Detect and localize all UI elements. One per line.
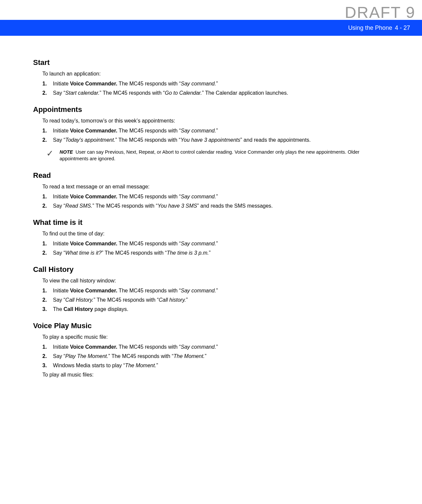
list-item: 2.Say “Call History.” The MC45 responds … (42, 297, 389, 303)
step-body: Windows Media starts to play “The Moment… (53, 363, 389, 369)
note-body: User can say Previous, Next, Repeat, or … (60, 149, 359, 161)
text-run: Say “ (53, 90, 65, 96)
bold-text: Voice Commander. (70, 81, 117, 86)
text-run: ” (216, 241, 218, 246)
text-run: The MC45 responds with “ (117, 344, 181, 350)
bold-text: Voice Commander. (70, 241, 117, 246)
section-outro: To play all music files: (42, 372, 389, 378)
step-number: 2. (42, 353, 53, 359)
text-run: The MC45 responds with “ (117, 128, 181, 133)
text-run: ” (205, 353, 207, 359)
text-run: ” and reads the appointments. (240, 137, 311, 143)
step-body: Say “What time is it?” The MC45 responds… (53, 250, 389, 256)
text-run: Initiate (53, 128, 70, 133)
section-heading: Appointments (33, 105, 389, 114)
step-body: Say “Read SMS.” The MC45 responds with “… (53, 203, 389, 209)
step-list: 1.Initiate Voice Commander. The MC45 res… (42, 81, 389, 96)
step-body: Initiate Voice Commander. The MC45 respo… (53, 344, 389, 350)
step-body: Say “Call History.” The MC45 responds wi… (53, 297, 389, 303)
list-item: 1.Initiate Voice Commander. The MC45 res… (42, 81, 389, 87)
text-run: The MC45 responds with “ (117, 241, 181, 246)
section-heading: What time is it (33, 218, 389, 227)
step-number: 1. (42, 81, 53, 87)
italic-text: Say command. (181, 81, 216, 86)
step-number: 2. (42, 90, 53, 96)
bold-text: Voice Commander. (70, 128, 117, 133)
list-item: 3.The Call History page displays. (42, 306, 389, 312)
page-header-bar: Using the Phone 4 - 27 (0, 20, 422, 36)
italic-text: Say command. (181, 128, 216, 133)
text-run: ” (216, 128, 218, 133)
italic-text: You have 3 appointments (180, 137, 240, 143)
text-run: ” The Calendar application launches. (202, 90, 288, 96)
text-run: Initiate (53, 81, 70, 86)
watermark-text: DRAFT 9 (345, 3, 415, 22)
text-run: ” The MC45 responds with “ (115, 137, 180, 143)
italic-text: Play The Moment. (65, 353, 108, 359)
section-heading: Call History (33, 265, 389, 274)
page-content: StartTo launch an application:1.Initiate… (0, 36, 422, 395)
text-run: ” The MC45 responds with “ (92, 203, 158, 209)
italic-text: Say command. (181, 241, 216, 246)
checkmark-icon: ✓ (46, 148, 54, 159)
list-item: 2.Say “Start calendar.” The MC45 respond… (42, 90, 389, 96)
text-run: Initiate (53, 241, 70, 246)
italic-text: Say command. (181, 344, 216, 350)
step-number: 2. (42, 297, 53, 303)
italic-text: What time is it? (65, 250, 101, 256)
italic-text: The Moment. (125, 363, 156, 368)
step-number: 3. (42, 306, 53, 312)
italic-text: Say command. (181, 194, 216, 199)
text-run: Say “ (53, 250, 65, 256)
text-run: Initiate (53, 194, 70, 199)
text-run: The (53, 306, 64, 312)
list-item: 2.Say “Play The Moment.” The MC45 respon… (42, 353, 389, 359)
text-run: Say “ (53, 137, 65, 143)
header-title: Using the Phone (348, 25, 392, 31)
text-run: The MC45 responds with “ (117, 194, 181, 199)
section-intro: To play a specific music file: (42, 334, 389, 340)
text-run: ” The MC45 responds with “ (100, 90, 165, 96)
italic-text: Call History. (65, 297, 93, 303)
text-run: Initiate (53, 344, 70, 350)
section-intro: To launch an application: (42, 71, 389, 77)
section-intro: To read a text message or an email messa… (42, 184, 389, 190)
italic-text: Say command. (181, 288, 216, 293)
list-item: 2.Say “What time is it?” The MC45 respon… (42, 250, 389, 256)
step-list: 1.Initiate Voice Commander. The MC45 res… (42, 241, 389, 256)
italic-text: Call history. (159, 297, 186, 303)
text-run: Say “ (53, 353, 65, 359)
step-number: 3. (42, 363, 53, 369)
step-number: 1. (42, 194, 53, 200)
text-run: The MC45 responds with “ (117, 288, 181, 293)
italic-text: Read SMS. (65, 203, 92, 209)
list-item: 1.Initiate Voice Commander. The MC45 res… (42, 344, 389, 350)
step-body: Initiate Voice Commander. The MC45 respo… (53, 288, 389, 294)
text-run: Windows Media starts to play “ (53, 363, 125, 368)
text-run: ” (209, 250, 211, 256)
text-run: ” (216, 194, 218, 199)
text-run: page displays. (93, 306, 128, 312)
italic-text: Today's appointment. (65, 137, 115, 143)
text-run: ” The MC45 responds with “ (93, 297, 159, 303)
text-run: Initiate (53, 288, 70, 293)
step-list: 1.Initiate Voice Commander. The MC45 res… (42, 288, 389, 312)
list-item: 1.Initiate Voice Commander. The MC45 res… (42, 194, 389, 200)
text-run: ” (186, 297, 188, 303)
list-item: 2.Say “Today's appointment.” The MC45 re… (42, 137, 389, 143)
step-number: 1. (42, 344, 53, 350)
bold-text: Voice Commander. (70, 194, 117, 199)
section-intro: To find out the time of day: (42, 231, 389, 237)
section-heading: Start (33, 58, 389, 67)
section-intro: To read today’s, tomorrow’s or this week… (42, 118, 389, 124)
text-run: Say “ (53, 297, 65, 303)
step-body: Initiate Voice Commander. The MC45 respo… (53, 194, 389, 200)
note-label: NOTE (60, 149, 73, 155)
italic-text: Start calendar. (65, 90, 99, 96)
step-body: Initiate Voice Commander. The MC45 respo… (53, 81, 389, 87)
note-box: ✓NOTE User can say Previous, Next, Repea… (46, 149, 389, 162)
step-list: 1.Initiate Voice Commander. The MC45 res… (42, 128, 389, 143)
italic-text: The time is 3 p.m. (167, 250, 209, 256)
section-heading: Read (33, 171, 389, 180)
note-text: NOTE User can say Previous, Next, Repeat… (60, 149, 389, 162)
